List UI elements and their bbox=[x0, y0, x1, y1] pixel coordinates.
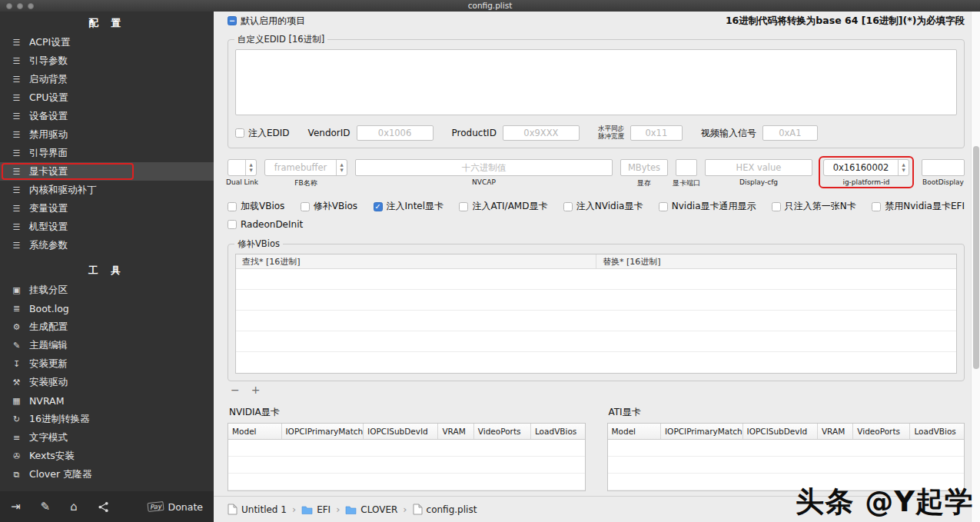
checkbox-box bbox=[301, 202, 310, 211]
table-row[interactable] bbox=[608, 440, 965, 457]
donate-button[interactable]: Pay Donate bbox=[148, 501, 203, 513]
sidebar-item-smbios-settings[interactable]: ☰ 机型设置 bbox=[0, 218, 214, 236]
nvidia-table-title: NVIDIA显卡 bbox=[229, 406, 586, 419]
default-enabled-items-checkbox[interactable]: − 默认启用的项目 bbox=[228, 15, 305, 28]
inject-nvidia-checkbox[interactable]: 注入NVidia显卡 bbox=[563, 200, 643, 213]
sidebar-item-disable-drivers[interactable]: ☰ 禁用驱动 bbox=[0, 125, 214, 144]
sidebar-item-label: 启动背景 bbox=[29, 73, 68, 86]
remove-row-button[interactable]: − bbox=[231, 384, 240, 395]
main-panel: − 默认启用的项目 16进制代码将转换为base 64 [16进制](*)为必填… bbox=[214, 12, 980, 522]
vram-input[interactable] bbox=[620, 159, 668, 176]
table-row[interactable] bbox=[236, 269, 956, 290]
checkbox-box bbox=[228, 220, 237, 229]
folder-icon bbox=[345, 505, 357, 514]
tool-boot-log[interactable]: ≣ Boot.log bbox=[0, 299, 214, 318]
list-icon: ☰ bbox=[11, 241, 22, 251]
breadcrumb-folder-efi[interactable]: EFI bbox=[301, 504, 331, 515]
sidebar-item-boot-background[interactable]: ☰ 启动背景 bbox=[0, 70, 214, 88]
nvcap-label: NVCAP bbox=[472, 178, 496, 186]
tool-install-drivers[interactable]: ⚒ 安装驱动 bbox=[0, 373, 214, 391]
nvcap-input[interactable] bbox=[355, 159, 613, 176]
ig-platform-id-stepper[interactable]: 0x16160002 ▲▼ bbox=[823, 159, 909, 176]
table-row[interactable] bbox=[236, 331, 956, 352]
sidebar-item-graphics-settings[interactable]: ☰ 显卡设置 bbox=[0, 162, 214, 181]
list-icon: ☰ bbox=[11, 148, 22, 158]
find-column-header: 查找* [16进制] bbox=[236, 254, 596, 268]
stepper-arrows-icon: ▲▼ bbox=[245, 160, 256, 175]
product-id-input[interactable] bbox=[503, 125, 580, 141]
dual-link-label: Dual Link bbox=[226, 178, 258, 186]
nvidia-generic-display-checkbox[interactable]: Nvidia显卡通用显示 bbox=[659, 200, 756, 213]
column-header-model: Model bbox=[228, 424, 282, 439]
inject-edid-checkbox[interactable]: 注入EDID bbox=[235, 127, 290, 140]
breadcrumb-folder-clover[interactable]: CLOVER bbox=[345, 504, 397, 515]
tool-install-update[interactable]: ↧ 安装更新 bbox=[0, 354, 214, 373]
sidebar-item-rt-variables[interactable]: ☰ 变量设置 bbox=[0, 199, 214, 218]
table-row[interactable] bbox=[228, 474, 585, 490]
load-vbios-checkbox[interactable]: 加载VBios bbox=[228, 200, 284, 213]
breadcrumb-config-plist[interactable]: config.plist bbox=[413, 504, 477, 515]
sidebar-item-boot-args[interactable]: ☰ 引导参数 bbox=[0, 52, 214, 70]
compose-icon[interactable]: ✎ bbox=[41, 501, 51, 513]
hex-conversion-note: 16进制代码将转换为base 64 [16进制](*)为必填字段 bbox=[726, 15, 965, 28]
video-ports-input[interactable] bbox=[676, 159, 697, 176]
tool-text-mode[interactable]: ≡ 文字模式 bbox=[0, 428, 214, 447]
tool-nvram[interactable]: ▦ NVRAM bbox=[0, 391, 214, 410]
sidebar-item-label: NVRAM bbox=[29, 395, 64, 407]
fb-name-select[interactable]: framebuffer ▲▼ bbox=[264, 159, 347, 176]
chevron-right-icon: › bbox=[336, 504, 340, 515]
column-header-iopciprimarymatch: IOPCIPrimaryMatch bbox=[282, 424, 364, 439]
sidebar-item-label: CPU设置 bbox=[29, 91, 68, 105]
table-row[interactable] bbox=[236, 352, 956, 373]
edid-hex-textarea[interactable] bbox=[235, 49, 957, 115]
nvidia-single-checkbox[interactable]: 只注入第一张N卡 bbox=[772, 200, 856, 213]
hsync-pulse-width-input[interactable] bbox=[630, 125, 683, 141]
tool-kexts-installer[interactable]: ✇ Kexts安装 bbox=[0, 447, 214, 465]
add-row-button[interactable]: + bbox=[251, 384, 261, 395]
share-icon[interactable] bbox=[98, 501, 109, 513]
list-icon: ☰ bbox=[11, 167, 22, 177]
nvidia-no-efi-checkbox[interactable]: 禁用Nvidia显卡EFI bbox=[872, 200, 965, 213]
dual-link-select[interactable]: ▲▼ bbox=[228, 159, 257, 176]
gpu-controls-row: ▲▼ Dual Link framebuffer ▲▼ FB名称 NVCAP 显… bbox=[228, 159, 965, 188]
inject-ati-amd-checkbox[interactable]: 注入ATI/AMD显卡 bbox=[459, 200, 547, 213]
window-titlebar: config.plist bbox=[0, 0, 980, 12]
sidebar-item-kernel-driver-patches[interactable]: ☰ 内核和驱动补丁 bbox=[0, 181, 214, 199]
patch-vbios-checkbox[interactable]: 修补VBios bbox=[301, 200, 357, 213]
display-cfg-input[interactable] bbox=[705, 159, 812, 176]
table-row[interactable] bbox=[236, 290, 956, 311]
vertical-scrollbar[interactable] bbox=[971, 12, 980, 522]
tool-clover-cloner[interactable]: ⧉ Clover 克隆器 bbox=[0, 465, 214, 484]
tool-theme-editor[interactable]: ✎ 主题编辑 bbox=[0, 336, 214, 354]
home-icon[interactable]: ⌂ bbox=[70, 501, 78, 513]
sidebar-item-system-parameters[interactable]: ☰ 系统参数 bbox=[0, 236, 214, 254]
table-row[interactable] bbox=[608, 457, 965, 474]
sidebar-item-boot-gui[interactable]: ☰ 引导界面 bbox=[0, 144, 214, 162]
scrollbar-thumb[interactable] bbox=[973, 146, 979, 369]
radeon-deinit-checkbox[interactable]: RadeonDeInit bbox=[228, 219, 303, 230]
list-icon: ☰ bbox=[11, 185, 22, 195]
close-button[interactable] bbox=[6, 3, 12, 9]
table-row[interactable] bbox=[228, 457, 585, 474]
video-input-signal-input[interactable] bbox=[762, 125, 818, 141]
minimize-button[interactable] bbox=[17, 3, 23, 9]
table-row[interactable] bbox=[228, 440, 585, 457]
breadcrumb-document[interactable]: Untitled 1 bbox=[228, 504, 287, 515]
tool-generate-config[interactable]: ⚙ 生成配置 bbox=[0, 318, 214, 336]
vram-label: 显存 bbox=[637, 178, 651, 188]
tool-mount-partition[interactable]: ▣ 挂载分区 bbox=[0, 281, 214, 299]
default-enabled-items-label: 默认启用的项目 bbox=[241, 15, 305, 28]
inject-intel-checkbox[interactable]: ✓ 注入Intel显卡 bbox=[374, 200, 444, 213]
zoom-button[interactable] bbox=[28, 3, 34, 9]
column-header-vram: VRAM bbox=[438, 424, 473, 439]
sidebar-item-device-settings[interactable]: ☰ 设备设置 bbox=[0, 107, 214, 125]
sidebar-item-label: Boot.log bbox=[29, 303, 69, 314]
stepper-arrows-icon: ▲▼ bbox=[336, 160, 347, 175]
boot-display-input[interactable] bbox=[922, 159, 965, 176]
tool-hex-converter[interactable]: ↻ 16进制转换器 bbox=[0, 410, 214, 428]
table-row[interactable] bbox=[236, 311, 956, 331]
export-icon[interactable]: ⇥ bbox=[11, 501, 21, 513]
sidebar-item-cpu-settings[interactable]: ☰ CPU设置 bbox=[0, 88, 214, 107]
vendor-id-input[interactable] bbox=[357, 125, 434, 141]
sidebar-item-acpi-settings[interactable]: ☰ ACPI设置 bbox=[0, 33, 214, 52]
